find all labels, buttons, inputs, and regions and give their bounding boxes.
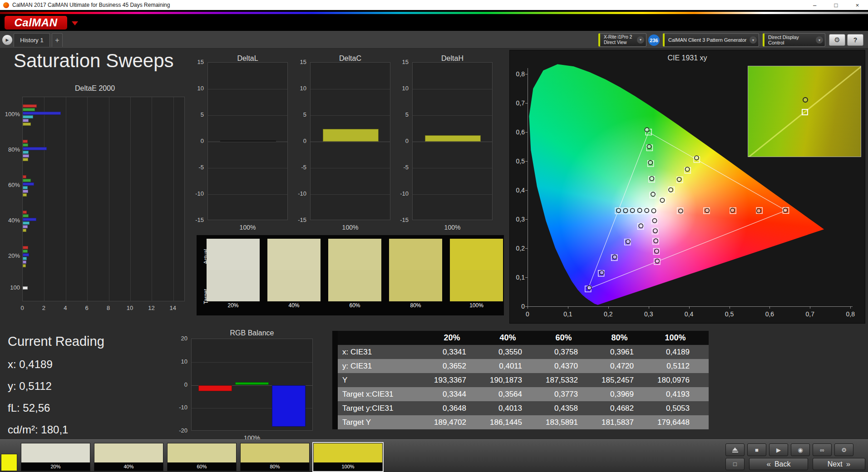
gridline — [66, 97, 66, 301]
x-tick-label: 12 — [146, 305, 157, 311]
y-tick-label: 5 — [291, 111, 306, 118]
y-tick-label: -5 — [393, 164, 409, 171]
measured-point-blue — [626, 240, 630, 244]
target-color — [328, 270, 381, 301]
measured-point-magenta — [655, 249, 659, 253]
y-tick-label: -20 — [172, 427, 187, 434]
transport-continuous-button[interactable]: ∞ — [813, 443, 832, 456]
transport-settings-button[interactable]: ⚙ — [834, 443, 853, 456]
back-chevrons-icon: « — [766, 460, 770, 469]
table-header-row: 20%40%60%80%100% — [338, 331, 709, 345]
measured-point-red — [730, 208, 735, 212]
y-tick-label: 10 — [393, 85, 409, 92]
saturation-level-label: 60% — [4, 182, 20, 188]
pattern-swatch-80%[interactable]: 80% — [240, 443, 310, 471]
pattern-window-button[interactable]: □ — [725, 458, 745, 470]
rainbow-strip — [0, 12, 868, 14]
y-tick-label: -15 — [188, 216, 204, 223]
table-cell: 0,3969 — [592, 387, 647, 401]
minimize-button[interactable]: – — [804, 0, 825, 10]
transport-aperture-button[interactable]: ◉ — [791, 443, 810, 456]
pattern-swatch-100%[interactable]: 100% — [313, 443, 383, 471]
gridline — [44, 97, 44, 301]
add-tab-button[interactable]: + — [52, 33, 63, 47]
display-control-dropdown[interactable]: Direct Display Control ▼ — [763, 33, 825, 47]
play-icon: ▶ — [6, 38, 9, 42]
calman-logo[interactable]: CalMAN — [5, 16, 67, 30]
measured-point-cyan — [638, 208, 642, 212]
measured-point-blue — [639, 224, 643, 228]
bar-green — [23, 108, 35, 111]
chevron-down-icon: ▼ — [816, 36, 823, 44]
bar-cyan — [23, 151, 29, 154]
table-cell: 179,6448 — [647, 415, 703, 429]
pattern-swatch-20%[interactable]: 20% — [21, 443, 90, 471]
y-tick-label: -5 — [291, 164, 306, 171]
comparator-swatch-label: 80% — [389, 302, 442, 309]
back-button[interactable]: « Back — [749, 458, 808, 470]
swatch-label: 60% — [168, 462, 236, 471]
comparator-swatch-label: 40% — [267, 302, 321, 309]
bar-yellow — [23, 193, 27, 197]
chart-title: DeltaH — [412, 54, 493, 63]
y-tick-label: 10 — [188, 85, 204, 92]
gridline — [413, 168, 492, 168]
next-label: Next — [828, 460, 843, 468]
brand-menu-arrow-icon[interactable] — [72, 21, 78, 25]
settings-button[interactable]: ⚙ — [829, 34, 845, 46]
table-cell: 0,3758 — [536, 345, 592, 359]
gridline — [311, 142, 390, 142]
swatch-label: 40% — [94, 462, 163, 471]
meter-dropdown[interactable]: X-Rite i1Pro 2 Direct View ▼ — [598, 33, 646, 47]
x-tick-label: 4 — [60, 305, 71, 311]
close-button[interactable]: × — [847, 0, 868, 10]
bar-yellow — [23, 229, 26, 232]
transport-stop-button[interactable]: ■ — [747, 443, 766, 456]
y-tick-label: 5 — [188, 111, 204, 118]
transport-play-button[interactable]: ▶ — [769, 443, 788, 456]
next-button[interactable]: Next » — [813, 458, 865, 470]
tab-history-1[interactable]: History 1 — [14, 33, 50, 47]
chart-deltah: DeltaH151050-5-10-15100% — [393, 54, 494, 235]
bar-magenta — [23, 225, 28, 228]
transport-eject-button[interactable] — [725, 443, 745, 456]
table-row: Target Y189,4702186,1445183,5891181,5837… — [338, 415, 709, 429]
bar-blue — [23, 218, 36, 221]
table-row: x: CIE310,33410,35500,37580,39610,4189 — [338, 345, 709, 359]
help-button[interactable]: ? — [847, 34, 863, 46]
table-cell: 0,4720 — [592, 359, 647, 373]
swatch-color — [21, 443, 90, 463]
x-tick-label: 2 — [38, 305, 49, 311]
pattern-swatch-40%[interactable]: 40% — [94, 443, 163, 471]
measured-point-blue — [612, 255, 616, 259]
reading-x: x: 0,4189 — [8, 358, 158, 371]
measured-point-red — [784, 208, 788, 212]
row-label: y: CIE31 — [338, 359, 424, 373]
bar-cyan — [23, 257, 27, 260]
gear-icon: ⚙ — [834, 36, 840, 44]
gridline — [208, 168, 287, 168]
table-row: Y193,3367190,1873187,5332185,2457180,097… — [338, 373, 709, 387]
y-tick-label: 15 — [393, 59, 409, 65]
table-cell: 0,4193 — [647, 387, 703, 401]
y-tick-label: 0 — [393, 138, 409, 144]
chart-title: DeltaC — [310, 54, 390, 63]
current-reading-title: Current Reading — [8, 334, 158, 349]
layout-nav-button[interactable]: ▶ — [2, 35, 12, 45]
actual-color — [389, 239, 442, 270]
y-tick-label: 5 — [393, 111, 409, 118]
pattern-swatch-60%[interactable]: 60% — [167, 443, 237, 471]
calman-app: CalMAN 2017 CalMAN Ultimate for Business… — [0, 0, 868, 472]
row-label: Target y:CIE31 — [338, 401, 424, 415]
maximize-button[interactable]: □ — [825, 0, 847, 10]
chart-deltal: DeltaL151050-5-10-15100% — [188, 54, 289, 235]
next-chevrons-icon: » — [846, 460, 850, 469]
gridline — [311, 89, 390, 89]
bar-green — [23, 250, 28, 253]
deltaL-plot — [207, 62, 288, 220]
table-header-cell — [338, 331, 424, 345]
bar-red — [198, 385, 232, 391]
actual-color — [450, 239, 503, 270]
source-dropdown[interactable]: CalMAN Client 3 Pattern Generator ▼ — [663, 33, 759, 47]
table-cell: 0,4011 — [480, 359, 536, 373]
